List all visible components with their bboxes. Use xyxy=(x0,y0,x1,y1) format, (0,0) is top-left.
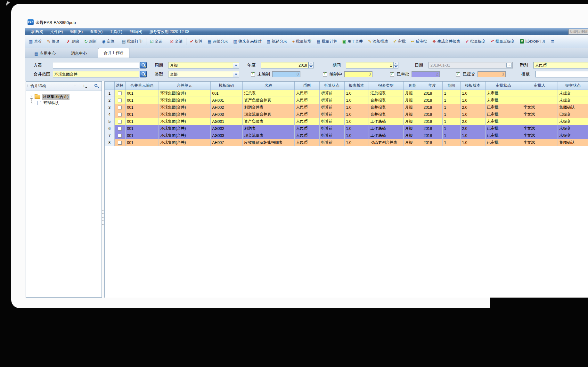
expand-all-button[interactable]: + xyxy=(81,83,87,89)
table-row[interactable]: 1001环球集团(合并)001汇总表人民币折算前1.0汇总报表月报201811.… xyxy=(105,90,588,97)
spin-down-icon[interactable] xyxy=(393,65,398,68)
table-row[interactable]: 5001环球集团(合并)AG001资产负债表人民币折算前1.0工作底稿月报201… xyxy=(105,118,588,125)
tree-search-icon[interactable] xyxy=(94,84,97,87)
menu-view[interactable]: 查看(V) xyxy=(86,28,106,35)
template-input[interactable] xyxy=(535,71,588,77)
table-row[interactable]: 2001环球集团(合并)AH001资产负债合并表人民币折算前1.0合并报表月报2… xyxy=(105,97,588,104)
select-all-button[interactable]: ☑全选 xyxy=(147,37,165,46)
period-combo[interactable]: 月报 xyxy=(168,62,239,68)
table-row[interactable]: 3001环球集团(合并)AH002利润合并表人民币折算前1.0合并报表月报201… xyxy=(105,104,588,111)
row-checkbox[interactable] xyxy=(118,106,122,109)
column-header-14[interactable]: 审批状态 xyxy=(485,82,522,90)
batch-calc-button[interactable]: ▦批量计算 xyxy=(314,37,339,46)
year-input[interactable] xyxy=(261,62,308,68)
spin-up-icon[interactable] xyxy=(308,62,314,65)
collapse-all-button[interactable]: − xyxy=(72,83,78,89)
tab-message-center[interactable]: 消息中心 xyxy=(62,50,96,58)
menu-file[interactable]: 文件(F) xyxy=(47,28,66,35)
scope-input[interactable] xyxy=(53,71,139,77)
delete-button[interactable]: ✗删除 xyxy=(64,37,82,46)
table-row[interactable]: 4001环球集团(合并)AH003现金流量合并表人民币折算前1.0合并报表月报2… xyxy=(105,111,588,118)
scheme-input[interactable] xyxy=(53,62,139,68)
modify-button[interactable]: ✎修改 xyxy=(44,37,62,46)
submitted-checkbox[interactable]: ✓ xyxy=(456,72,460,76)
row-checkbox[interactable] xyxy=(118,92,122,95)
table-row[interactable]: 6001环球集团(合并)AG002利润表人民币折算前1.0工作底稿月报20181… xyxy=(105,125,588,132)
adjust-entries-button[interactable]: ▦调整分录 xyxy=(205,37,231,46)
chevron-down-icon[interactable] xyxy=(233,63,239,68)
chevron-down-icon[interactable] xyxy=(233,72,239,77)
menu-system[interactable]: 系统(S) xyxy=(27,28,47,35)
batch-add-button[interactable]: +批量新增 xyxy=(290,37,314,46)
row-checkbox[interactable] xyxy=(118,127,122,131)
more-button[interactable]: ≣ xyxy=(548,37,558,46)
batch-unsubmit-button[interactable]: ↶批量反提交 xyxy=(488,37,517,46)
toolbar-button-label: 批量计算 xyxy=(322,39,337,44)
column-header-7[interactable]: 折算状态 xyxy=(319,82,344,90)
splitter-handle[interactable] xyxy=(102,210,104,225)
column-header-1[interactable]: 选择 xyxy=(114,82,125,90)
offset-entries-button[interactable]: ▧抵销分录 xyxy=(264,37,290,46)
batch-submit-button[interactable]: ✔批量提交 xyxy=(463,37,488,46)
tree-node-label[interactable]: 环球科技 xyxy=(43,100,60,106)
menu-edit[interactable]: 编辑(E) xyxy=(66,28,86,35)
column-header-10[interactable]: 周期 xyxy=(403,82,422,90)
approve-button[interactable]: ✔审批 xyxy=(391,37,408,46)
report-table: 选择合并单元编码合并单元模板编码名称币别折算状态报表版本报表类型周期年度期间模板… xyxy=(105,82,588,146)
type-combo[interactable]: 全部 xyxy=(168,71,239,77)
open-excel-button[interactable]: X以excel打开 xyxy=(517,37,548,46)
scope-lookup-button[interactable] xyxy=(140,71,147,77)
date-input[interactable]: 2018-01-31 12 xyxy=(429,62,513,68)
quick-search-input[interactable] xyxy=(568,29,588,35)
menu-tools[interactable]: 工具(T) xyxy=(106,28,126,35)
tree-node-group[interactable]: − 环球集团(合并) xyxy=(30,93,102,100)
row-checkbox[interactable] xyxy=(118,113,122,116)
menu-help[interactable]: 帮助(H) xyxy=(126,28,146,35)
column-header-16[interactable]: 提交状态 xyxy=(558,82,588,90)
row-checkbox[interactable] xyxy=(118,99,122,102)
scheme-lookup-button[interactable] xyxy=(140,62,147,68)
for-merge-button[interactable]: ▣用于合并 xyxy=(340,37,365,46)
spin-up-icon[interactable] xyxy=(393,62,398,65)
table-row[interactable]: 8001环球集团(合并)AH007应收账款及坏账明细表人民币折算前1.0动态罗列… xyxy=(105,139,588,146)
approved-checkbox[interactable]: ✓ xyxy=(390,72,394,76)
unapprove-button[interactable]: ↩反审批 xyxy=(408,37,430,46)
column-header-11[interactable]: 年度 xyxy=(422,82,442,90)
column-header-0[interactable] xyxy=(105,82,114,90)
drag-handle-icon[interactable] xyxy=(28,84,28,88)
interval-input[interactable] xyxy=(346,62,393,68)
column-header-15[interactable]: 审批人 xyxy=(522,82,558,90)
transaction-check-button[interactable]: ▥往来交易核对 xyxy=(231,37,264,46)
not-prepared-checkbox[interactable]: ✓ xyxy=(251,72,255,76)
scope-label: 合并范围 xyxy=(34,71,50,77)
locate-button[interactable]: ◉定位 xyxy=(99,37,117,46)
row-checkbox[interactable] xyxy=(118,141,122,145)
gen-merge-report-button[interactable]: ❖生成合并报表 xyxy=(430,37,463,46)
batch-print-button[interactable]: ▤批量打印 xyxy=(119,37,145,46)
column-header-4[interactable]: 模板编码 xyxy=(210,82,242,90)
column-header-2[interactable]: 合并单元编码 xyxy=(125,82,159,90)
row-checkbox[interactable] xyxy=(118,120,122,124)
convert-button[interactable]: ✔折算 xyxy=(187,37,205,46)
clear-all-button[interactable]: ☒全清 xyxy=(167,37,185,46)
column-header-12[interactable]: 期间 xyxy=(442,82,460,90)
column-header-6[interactable]: 币别 xyxy=(294,82,319,90)
tree-node-company[interactable]: 环球科技 xyxy=(30,100,102,106)
currency-combo[interactable]: 人民币 xyxy=(533,62,588,68)
refresh-button[interactable]: ↻刷新 xyxy=(82,37,99,46)
preparing-checkbox[interactable]: ✓ xyxy=(323,72,327,76)
tree-node-label[interactable]: 环球集团(合并) xyxy=(42,94,69,100)
row-checkbox[interactable] xyxy=(118,134,122,138)
calendar-icon[interactable]: 12 xyxy=(506,63,512,68)
column-header-8[interactable]: 报表版本 xyxy=(344,82,369,90)
column-header-3[interactable]: 合并单元 xyxy=(159,82,210,90)
tab-merge-workbench[interactable]: 合并工作台 xyxy=(98,48,129,58)
column-header-13[interactable]: 模板版本 xyxy=(460,82,485,90)
view-button[interactable]: ▥查看 xyxy=(26,37,44,46)
table-row[interactable]: 7001环球集团(合并)AG003现金流量表人民币折算前1.0工作底稿月报201… xyxy=(105,132,588,139)
column-header-5[interactable]: 名称 xyxy=(242,82,294,90)
add-desc-button[interactable]: ✎添加描述 xyxy=(365,37,391,46)
column-header-9[interactable]: 报表类型 xyxy=(369,82,403,90)
tab-app-center[interactable]: ▦应用中心 xyxy=(28,50,62,58)
spin-down-icon[interactable] xyxy=(308,65,314,68)
